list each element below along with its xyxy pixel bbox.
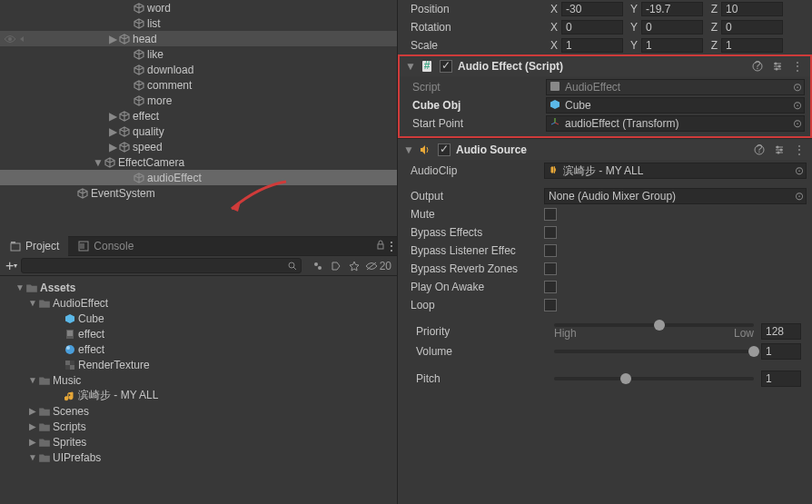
mute-checkbox[interactable] [544, 208, 557, 221]
audio-source-enabled-checkbox[interactable] [438, 143, 451, 156]
project-item[interactable]: RenderTexture [0, 357, 397, 372]
expand-icon[interactable]: ▼ [27, 375, 38, 385]
audioclip-input[interactable]: 滨崎步 - MY ALL ⊙ [544, 163, 807, 179]
position-x-input[interactable] [561, 2, 623, 16]
search-icon [285, 259, 300, 273]
create-button[interactable]: + [5, 258, 14, 274]
project-item[interactable]: 滨崎步 - MY ALL [0, 388, 397, 403]
hierarchy-item[interactable]: ▶quality [0, 124, 397, 139]
hierarchy-item-label: like [147, 48, 163, 61]
expand-icon[interactable]: ▼ [27, 298, 38, 308]
volume-value[interactable]: 1 [761, 343, 801, 360]
tab-console[interactable]: Console [68, 236, 143, 256]
preset-icon[interactable] [772, 143, 787, 157]
create-dropdown-icon[interactable]: ▾ [14, 262, 17, 270]
priority-value[interactable]: 128 [761, 323, 801, 340]
save-search-icon[interactable] [347, 259, 361, 273]
volume-slider[interactable] [554, 350, 754, 353]
pitch-slider[interactable] [554, 377, 754, 380]
rotation-y-input[interactable] [641, 20, 703, 35]
filter-by-type-icon[interactable] [311, 259, 325, 273]
preset-icon[interactable] [770, 59, 785, 74]
bypass-effects-checkbox[interactable] [544, 226, 557, 239]
pitch-value[interactable]: 1 [761, 371, 801, 387]
object-picker-icon[interactable]: ⊙ [793, 81, 802, 94]
loop-checkbox[interactable] [544, 299, 557, 311]
expand-icon[interactable]: ▶ [107, 33, 118, 45]
bypass-reverb-checkbox[interactable] [544, 262, 557, 275]
project-item[interactable]: ▼Assets [0, 280, 397, 295]
cube-obj-input[interactable]: Cube ⊙ [546, 97, 805, 114]
expand-icon[interactable]: ▼ [93, 156, 104, 169]
svg-line-9 [293, 267, 296, 270]
hierarchy-item[interactable]: more [0, 93, 397, 108]
hierarchy-item[interactable]: like [0, 46, 397, 62]
help-icon[interactable]: ? [752, 143, 767, 157]
rotation-x-input[interactable] [561, 20, 623, 35]
project-console-tabs: Project Console ⋮ [0, 236, 397, 256]
hierarchy-item[interactable]: download [0, 62, 397, 77]
expand-icon[interactable]: ▼ [27, 452, 38, 462]
menu-icon[interactable]: ⋮ [790, 59, 805, 74]
output-input[interactable]: None (Audio Mixer Group) ⊙ [544, 188, 807, 204]
hierarchy-item-label: list [147, 17, 161, 30]
audio-source-component-header[interactable]: ▼ Audio Source ? ⋮ [398, 138, 812, 160]
project-item[interactable]: ▶Sprites [0, 434, 397, 450]
object-picker-icon[interactable]: ⊙ [793, 99, 802, 112]
project-item[interactable]: ▶Scenes [0, 403, 397, 419]
hierarchy-item[interactable]: list [0, 15, 397, 31]
hierarchy-item[interactable]: ▶head [0, 31, 397, 46]
hierarchy-item[interactable]: EventSystem [0, 185, 397, 201]
hierarchy-item[interactable]: comment [0, 77, 397, 93]
project-item[interactable]: effect [0, 341, 397, 357]
start-point-input[interactable]: audioEffect (Transform) ⊙ [546, 115, 805, 132]
project-item[interactable]: Cube [0, 311, 397, 326]
volume-slider-row: Volume 1 [403, 341, 807, 361]
object-picker-icon[interactable]: ⊙ [793, 117, 802, 130]
hierarchy-item[interactable]: word [0, 0, 397, 15]
priority-slider[interactable] [554, 323, 754, 327]
audio-source-component-body: AudioClip 滨崎步 - MY ALL ⊙ Output None (Au… [398, 160, 812, 392]
project-item[interactable]: ▼Music [0, 372, 397, 388]
scale-y-input[interactable] [641, 38, 703, 53]
expand-icon[interactable]: ▼ [403, 143, 412, 156]
expand-icon[interactable]: ▶ [27, 421, 38, 431]
play-on-awake-checkbox[interactable] [544, 281, 557, 293]
tab-project[interactable]: Project [0, 236, 68, 256]
hierarchy-item[interactable]: ▼EffectCamera [0, 154, 397, 170]
expand-icon[interactable]: ▶ [107, 125, 118, 138]
hierarchy-item[interactable]: audioEffect [0, 170, 397, 185]
hierarchy-item[interactable]: ▶speed [0, 139, 397, 154]
position-z-input[interactable] [721, 2, 783, 16]
filter-by-label-icon[interactable] [329, 259, 343, 273]
menu-icon[interactable]: ⋮ [792, 143, 807, 157]
object-picker-icon[interactable]: ⊙ [795, 164, 804, 177]
expand-icon[interactable]: ▶ [107, 110, 118, 123]
project-item[interactable]: ▼UIPrefabs [0, 450, 397, 465]
lock-icon[interactable] [375, 240, 386, 253]
visibility-icons[interactable] [4, 35, 29, 44]
project-search-input[interactable] [21, 258, 301, 273]
svg-line-35 [551, 123, 555, 124]
audio-effect-enabled-checkbox[interactable] [440, 60, 452, 73]
scale-x-input[interactable] [561, 38, 623, 53]
expand-icon[interactable]: ▼ [405, 60, 414, 73]
object-picker-icon[interactable]: ⊙ [795, 190, 804, 203]
project-item[interactable]: ▼AudioEffect [0, 295, 397, 311]
hierarchy-item[interactable]: ▶effect [0, 108, 397, 124]
project-item[interactable]: ▶Scripts [0, 419, 397, 434]
hidden-count[interactable]: 20 [365, 260, 391, 272]
position-y-input[interactable] [641, 2, 703, 16]
project-tree: ▼Assets▼AudioEffectCubeeffecteffectRende… [0, 276, 397, 504]
menu-icon[interactable]: ⋮ [386, 240, 397, 252]
rotation-z-input[interactable] [721, 20, 783, 35]
scale-z-input[interactable] [721, 38, 783, 53]
bypass-listener-checkbox[interactable] [544, 244, 557, 257]
audio-effect-component-header[interactable]: ▼ # Audio Effect (Script) ? ⋮ [398, 54, 812, 76]
help-icon[interactable]: ? [750, 59, 765, 74]
expand-icon[interactable]: ▶ [27, 437, 38, 447]
expand-icon[interactable]: ▶ [107, 141, 118, 153]
expand-icon[interactable]: ▶ [27, 406, 38, 416]
expand-icon[interactable]: ▼ [15, 282, 25, 292]
project-item[interactable]: effect [0, 326, 397, 341]
